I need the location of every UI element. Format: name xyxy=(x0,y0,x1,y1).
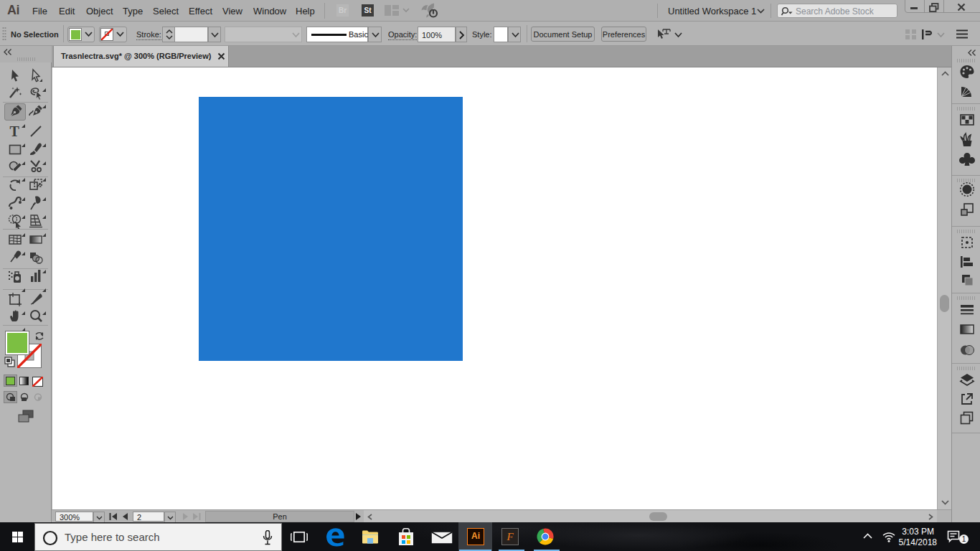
svg-text:T: T xyxy=(10,123,20,139)
